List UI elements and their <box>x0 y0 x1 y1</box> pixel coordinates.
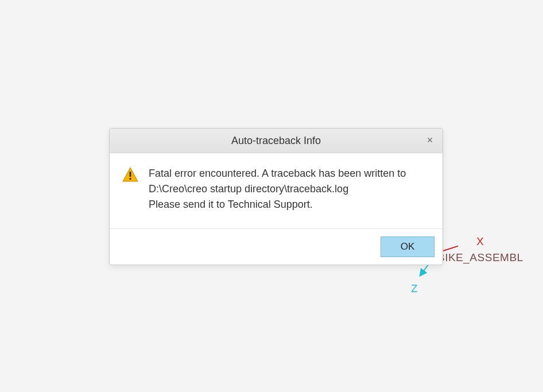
svg-rect-2 <box>130 172 131 177</box>
close-icon: × <box>427 134 433 146</box>
csys-object-label: BIKE_ASSEMBL <box>437 251 523 264</box>
csys-z-label: Z <box>411 282 418 295</box>
svg-rect-3 <box>130 178 131 180</box>
dialog-message-line2: D:\Creo\creo startup directory\traceback… <box>149 181 406 197</box>
csys-x-label: X <box>476 235 484 248</box>
dialog-footer: OK <box>110 229 443 265</box>
ok-button-label: OK <box>401 241 415 253</box>
dialog-message-line1: Fatal error encountered. A traceback has… <box>149 166 406 181</box>
warning-icon <box>122 167 138 212</box>
traceback-dialog: Auto-traceback Info × Fatal error encoun… <box>109 128 443 265</box>
dialog-body: Fatal error encountered. A traceback has… <box>110 153 443 229</box>
dialog-message-line3: Please send it to Technical Support. <box>149 197 406 212</box>
dialog-titlebar[interactable]: Auto-traceback Info × <box>110 129 443 153</box>
ok-button[interactable]: OK <box>381 236 435 257</box>
close-button[interactable]: × <box>423 133 437 147</box>
dialog-message: Fatal error encountered. A traceback has… <box>149 166 406 212</box>
dialog-title: Auto-traceback Info <box>231 135 321 147</box>
